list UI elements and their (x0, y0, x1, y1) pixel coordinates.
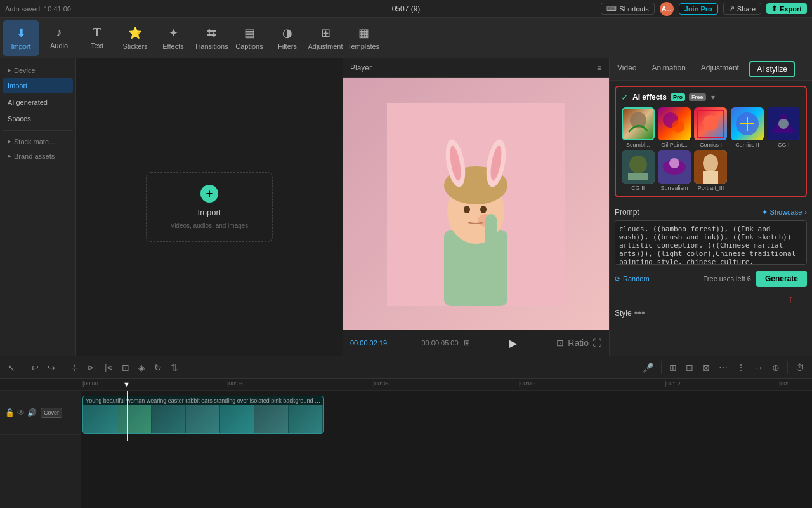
trim-end-button[interactable]: |⊲ (102, 361, 115, 375)
tab-ai-stylize[interactable]: AI stylize (749, 61, 795, 77)
toolbar-stickers[interactable]: ⭐ Stickers (117, 20, 154, 56)
device-section[interactable]: ▸ Device (3, 64, 73, 77)
ai-generated-button[interactable]: AI generated (3, 95, 73, 110)
join-pro-button[interactable]: Join Pro (679, 3, 718, 15)
import-label: Import (198, 208, 221, 217)
share-button[interactable]: ↗ Share (723, 3, 761, 15)
import-subtitle: Videos, audios, and images (171, 222, 249, 229)
select-tool-button[interactable]: ↖ (5, 360, 18, 375)
random-button[interactable]: ⟳ Random (615, 275, 650, 283)
video-clip[interactable]: Young beautiful woman wearing easter rab… (82, 396, 324, 434)
ratio-button[interactable]: Ratio (568, 338, 589, 348)
toolbar-captions[interactable]: ▤ Captions (231, 20, 268, 56)
brand-assets-section[interactable]: ▸ Brand assets (3, 149, 73, 163)
eye-icon[interactable]: 👁 (17, 408, 25, 417)
grid-icon: ⊞ (464, 338, 470, 347)
trim-start-button[interactable]: ⊳| (85, 361, 98, 375)
topbar: Auto saved: 10:41:00 0507 (9) ⌨ Shortcut… (0, 0, 812, 18)
player-menu-icon[interactable]: ≡ (597, 64, 601, 72)
toolbar-text[interactable]: T Text (79, 20, 115, 56)
ai-effect-portrait[interactable]: Portrait_III (694, 150, 728, 191)
zoom-button[interactable]: ⊡ (556, 338, 564, 348)
title-text: 0507 (9) (392, 4, 421, 13)
tl-divider-3 (661, 361, 662, 374)
scumbling-label: Scumbl... (622, 142, 655, 148)
portrait-thumb (694, 150, 727, 184)
player-header: Player ≡ (343, 58, 609, 78)
lock-icon[interactable]: 🔓 (5, 408, 15, 417)
export-button[interactable]: ⬆ Export (766, 3, 807, 14)
video-content (387, 103, 565, 306)
ruler-00: |00:00 (82, 380, 98, 387)
ruler-spacer (0, 379, 81, 391)
effects-icon: ✦ (169, 26, 178, 40)
tl-time-button[interactable]: ⏱ (793, 360, 807, 375)
timeline: ↖ ↩ ↪ ⊹ ⊳| |⊲ ⊡ ◈ ↻ ⇅ 🎤 ⊞ ⊟ ⊠ ⋯ ⋮ ↔ ⊕ ⏱ (0, 356, 812, 508)
tl-ctrl-5[interactable]: ⋮ (734, 360, 748, 375)
tab-video[interactable]: Video (610, 58, 644, 80)
ai-effect-surrealism[interactable]: Surrealism (657, 150, 691, 191)
ai-effects-menu[interactable]: ▾ (711, 93, 715, 102)
toolbar-transitions[interactable]: ⇆ Transitions (193, 20, 230, 56)
audio-icon: ♪ (56, 26, 62, 39)
ai-effect-comics2[interactable]: Comics II (730, 107, 764, 148)
random-icon: ⟳ (615, 275, 620, 283)
ai-effect-oilpaint[interactable]: Oil Paint... (657, 107, 691, 148)
import-icon: ⬇ (16, 26, 26, 40)
ai-effect-scumbling[interactable]: Scumbl... (621, 107, 655, 148)
export-icon: ⬆ (771, 4, 777, 13)
timeline-toolbar: ↖ ↩ ↪ ⊹ ⊳| |⊲ ⊡ ◈ ↻ ⇅ 🎤 ⊞ ⊟ ⊠ ⋯ ⋮ ↔ ⊕ ⏱ (0, 356, 812, 379)
tl-ctrl-4[interactable]: ⋯ (716, 360, 730, 375)
style-section: Style ••• (610, 305, 812, 321)
ai-effect-cg1[interactable]: CG I (767, 107, 801, 148)
spaces-button[interactable]: Spaces (3, 111, 73, 126)
svg-point-9 (464, 206, 470, 213)
flip-button[interactable]: ⇅ (168, 360, 181, 375)
tab-animation[interactable]: Animation (644, 58, 693, 80)
import-drop-zone[interactable]: + Import Videos, audios, and images (146, 172, 273, 242)
audio-track-icon[interactable]: 🔊 (27, 408, 37, 417)
play-button[interactable]: ▶ (504, 334, 522, 352)
templates-icon: ▦ (358, 26, 369, 40)
chevron-right-icon-2: ▸ (8, 137, 11, 145)
split-button[interactable]: ⊹ (69, 360, 81, 375)
toolbar-adjustment[interactable]: ⊞ Adjustment (307, 20, 344, 56)
svg-point-28 (703, 154, 718, 172)
tl-ctrl-3[interactable]: ⊠ (700, 360, 712, 375)
prompt-textarea[interactable]: clouds, ((bamboo forest)), ((Ink and was… (615, 220, 807, 265)
redo-button[interactable]: ↪ (45, 360, 58, 375)
ai-effect-cg2[interactable]: CG II (621, 150, 655, 191)
cover-button[interactable]: Cover (41, 408, 62, 418)
toolbar-templates[interactable]: ▦ Templates (345, 20, 382, 56)
import-button[interactable]: Import (3, 78, 73, 93)
tl-ctrl-6[interactable]: ↔ (752, 360, 766, 375)
toolbar-effects[interactable]: ✦ Effects (155, 20, 192, 56)
stock-section[interactable]: ▸ Stock mate... (3, 135, 73, 148)
undo-button[interactable]: ↩ (29, 360, 41, 375)
free-uses-text: Free uses left 6 (703, 275, 751, 283)
mic-button[interactable]: 🎤 (640, 360, 656, 375)
style-options-icon[interactable]: ••• (634, 307, 645, 319)
ruler-end: |00: (779, 380, 789, 387)
toolbar-filters[interactable]: ◑ Filters (269, 20, 306, 56)
ai-effect-comics1[interactable]: Comics I (694, 107, 728, 148)
shortcuts-button[interactable]: ⌨ Shortcuts (601, 3, 654, 15)
generate-button[interactable]: Generate (756, 271, 807, 287)
tl-ctrl-2[interactable]: ⊟ (683, 360, 696, 375)
keyboard-icon: ⌨ (606, 4, 617, 13)
tl-ctrl-7[interactable]: ⊕ (769, 360, 782, 375)
keyframe-button[interactable]: ◈ (136, 360, 148, 375)
frame-4 (186, 405, 220, 433)
tab-adjustment[interactable]: Adjustment (693, 58, 747, 80)
rotate-button[interactable]: ↻ (152, 360, 164, 375)
tl-ctrl-1[interactable]: ⊞ (667, 360, 679, 375)
toolbar-audio[interactable]: ♪ Audio (41, 20, 77, 56)
svg-point-16 (703, 115, 718, 130)
ruler-09: |00:09 (519, 380, 535, 387)
showcase-button[interactable]: ✦ Showcase › (762, 208, 807, 217)
toolbar-import[interactable]: ⬇ Import (3, 20, 39, 56)
player-area: Player ≡ (343, 58, 609, 356)
fullscreen-button[interactable]: ⛶ (593, 338, 601, 348)
delete-button[interactable]: ⊡ (119, 360, 132, 375)
generate-row: Free uses left 6 Generate (703, 271, 807, 287)
